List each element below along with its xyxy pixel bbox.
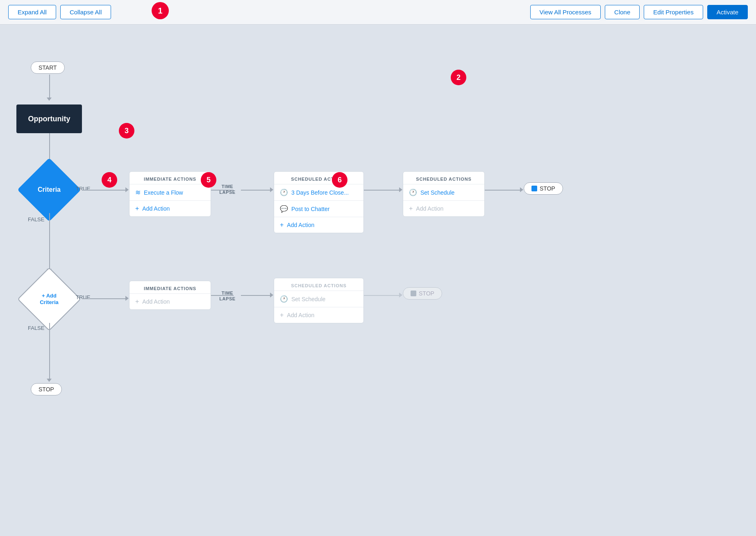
collapse-all-button[interactable]: Collapse All (60, 5, 111, 19)
activate-button[interactable]: Activate (707, 5, 748, 19)
post-to-chatter-item[interactable]: 💬 Post to Chatter (274, 201, 363, 217)
opportunity-rect[interactable]: Opportunity (16, 104, 82, 133)
start-node: START (31, 61, 65, 74)
stop-icon-1 (531, 186, 537, 191)
scheduled-actions-3-header: SCHEDULED ACTIONS (274, 278, 363, 291)
criteria-node[interactable]: Criteria (25, 166, 73, 213)
arrow-sched2-stop1 (520, 187, 523, 192)
plus-icon-1: + (135, 205, 139, 212)
stop-node-2: STOP (403, 287, 442, 300)
badge-2: 2 (451, 70, 466, 85)
opportunity-node[interactable]: Opportunity (16, 104, 82, 133)
clock-icon-2: 🕐 (409, 189, 417, 196)
line-sched2-stop1 (485, 190, 522, 191)
badge-1: 1 (152, 2, 169, 19)
false-label-1: FALSE (28, 216, 44, 223)
line-true-2 (82, 298, 127, 299)
plus-icon-5: + (280, 311, 284, 319)
line-imm-tl-1 (211, 190, 234, 191)
stop-pill-2: STOP (403, 287, 442, 300)
badge-4: 4 (102, 172, 117, 188)
stop-label-2: STOP (419, 290, 434, 297)
view-all-processes-button[interactable]: View All Processes (530, 5, 601, 19)
arrow-sched3-stop2 (399, 293, 402, 298)
execute-flow-item[interactable]: ≋ Execute a Flow (129, 184, 211, 201)
clock-icon-3: 🕐 (280, 295, 288, 303)
add-action-item-2[interactable]: + Add Action (129, 294, 211, 309)
flow-icon: ≋ (135, 189, 141, 196)
immediate-actions-1: IMMEDIATE ACTIONS ≋ Execute a Flow + Add… (129, 171, 211, 217)
add-action-sched-1[interactable]: + Add Action (274, 217, 363, 233)
line-false-1 (49, 213, 50, 270)
true-label-1: TRUE (76, 186, 90, 192)
arrow-sched1-sched2 (399, 187, 402, 192)
stop-icon-2 (411, 291, 416, 296)
line-start-opp (49, 75, 50, 99)
expand-all-button[interactable]: Expand All (8, 5, 56, 19)
add-action-item-1[interactable]: + Add Action (129, 201, 211, 216)
arrow-false-2 (47, 379, 52, 382)
line-sched1-sched2 (364, 190, 401, 191)
arrow-tl-sched-1 (270, 187, 273, 192)
plus-icon-3: + (409, 205, 413, 212)
edit-properties-button[interactable]: Edit Properties (644, 5, 703, 19)
scheduled-actions-3: SCHEDULED ACTIONS 🕐 Set Schedule + Add A… (274, 278, 364, 323)
true-label-2: TRUE (76, 294, 90, 300)
add-action-sched-3: + Add Action (274, 307, 363, 323)
plus-icon-4: + (135, 298, 139, 305)
canvas: 2 3 4 5 6 START Opportunity Criteria TRU… (0, 25, 756, 533)
stop-label-3: STOP (39, 386, 54, 393)
stop-node-1: STOP (524, 182, 563, 195)
immediate-actions-2-header: IMMEDIATE ACTIONS (129, 281, 211, 294)
line-tl-sched-1 (241, 190, 272, 191)
scheduled-actions-1-header: SCHEDULED ACTIONS (274, 172, 363, 184)
start-pill: START (31, 61, 65, 74)
scheduled-actions-2: SCHEDULED ACTIONS 🕐 Set Schedule + Add A… (403, 171, 485, 217)
arrow-start-opp (47, 98, 52, 101)
stop-pill-1: STOP (524, 182, 563, 195)
line-sched3-stop2 (364, 295, 401, 296)
arrow-true-2 (125, 296, 129, 301)
badge-6: 6 (332, 172, 347, 188)
add-criteria-diamond[interactable] (17, 267, 81, 331)
stop-label-1: STOP (540, 185, 555, 192)
line-tl2-sched3 (241, 295, 272, 296)
clock-icon-1: 🕐 (280, 189, 288, 196)
arrow-true-1 (125, 187, 129, 192)
stop-pill-3: STOP (31, 383, 62, 395)
clone-button[interactable]: Clone (605, 5, 640, 19)
set-schedule-item-2: 🕐 Set Schedule (274, 291, 363, 307)
line-opp-criteria (49, 133, 50, 162)
add-criteria-node[interactable]: + AddCriteria (25, 275, 73, 323)
chat-icon: 💬 (280, 205, 288, 213)
add-action-sched-2[interactable]: + Add Action (403, 201, 484, 216)
immediate-actions-1-header: IMMEDIATE ACTIONS (129, 172, 211, 184)
criteria-diamond[interactable] (17, 158, 81, 222)
days-before-close-item[interactable]: 🕐 3 Days Before Close... (274, 184, 363, 201)
scheduled-actions-1: SCHEDULED ACTIONS 🕐 3 Days Before Close.… (274, 171, 364, 233)
arrow-tl2-sched3 (270, 293, 273, 298)
toolbar: Expand All Collapse All 1 View All Proce… (0, 0, 756, 25)
false-label-2: FALSE (28, 325, 44, 331)
scheduled-actions-2-header: SCHEDULED ACTIONS (403, 172, 484, 184)
toolbar-right: View All Processes Clone Edit Properties… (530, 5, 748, 19)
plus-icon-2: + (280, 221, 284, 229)
badge-3: 3 (119, 123, 134, 139)
badge-5: 5 (201, 172, 216, 188)
set-schedule-item-1[interactable]: 🕐 Set Schedule (403, 184, 484, 201)
line-true-1 (82, 190, 127, 191)
immediate-actions-2: IMMEDIATE ACTIONS + Add Action (129, 281, 211, 310)
timelapse-label-2: TIMELAPSE (215, 290, 240, 302)
start-label: START (39, 64, 57, 71)
line-imm2-tl2 (211, 295, 234, 296)
stop-node-3: STOP (31, 383, 62, 395)
line-false-2 (49, 323, 50, 380)
